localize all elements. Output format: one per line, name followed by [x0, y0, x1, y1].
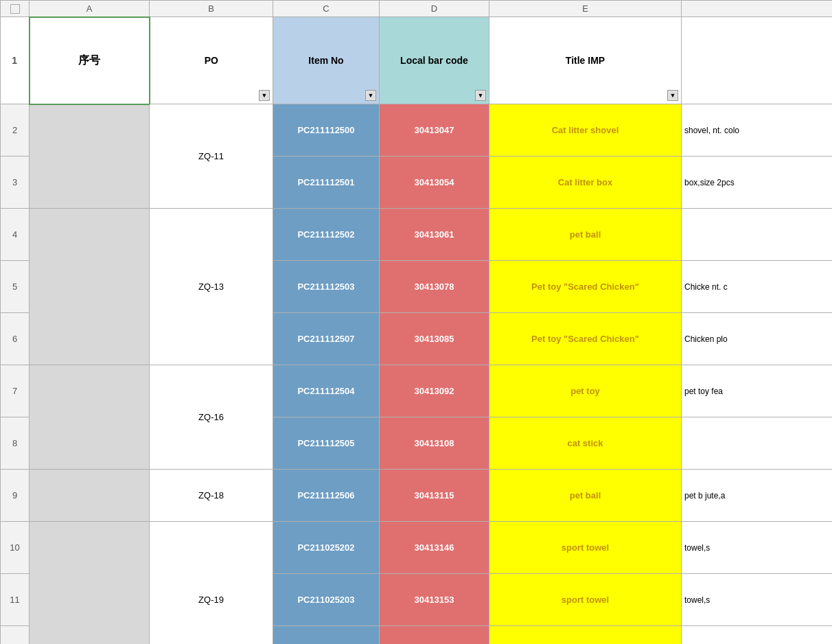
row-num-cell: 8 — [1, 417, 30, 470]
barcode-label: Local bar code — [400, 55, 468, 66]
title-cell: pet toy — [489, 365, 682, 417]
col-header-C: C — [273, 1, 380, 17]
desc-cell: Chicken plo — [682, 313, 833, 365]
row-num-cell: 5 — [1, 261, 30, 313]
spreadsheet: A B C D E 1 序号 PO ▼ Item No ▼ Local bar … — [0, 0, 832, 644]
barcode-cell: 30413160 — [380, 626, 489, 645]
desc-cell: towel,s — [682, 574, 833, 626]
barcode-cell: 30413115 — [380, 470, 489, 522]
barcode-cell: 30413054 — [380, 157, 489, 209]
row-num-cell: 4 — [1, 209, 30, 261]
seq-cell — [30, 522, 150, 645]
desc-cell: pet b jute,a — [682, 470, 833, 522]
desc-cell — [682, 209, 833, 261]
itemno-cell: PC211112501 — [273, 157, 380, 209]
corner-cell — [1, 1, 30, 17]
title-cell: cat stick — [489, 417, 682, 470]
col-header-F — [682, 1, 833, 17]
desc-cell: shovel, nt. colo — [682, 104, 833, 157]
barcode-cell: 30413146 — [380, 522, 489, 574]
titleimp-label: Title IMP — [566, 55, 605, 66]
header-A: 序号 — [30, 17, 150, 104]
itemno-cell: PC211025203 — [273, 574, 380, 626]
desc-cell: box,size 2pcs — [682, 157, 833, 209]
header-C: Item No ▼ — [273, 17, 380, 104]
col-header-D: D — [380, 1, 489, 17]
title-cell: Cat litter shovel — [489, 104, 682, 157]
desc-cell: pet toy fea — [682, 365, 833, 417]
po-filter-button[interactable]: ▼ — [259, 90, 270, 101]
seq-label: 序号 — [78, 54, 100, 66]
title-cell: Cat litter box — [489, 157, 682, 209]
po-cell: ZQ-11 — [150, 104, 273, 209]
table-row: 10ZQ-19PC21102520230413146sport toweltow… — [1, 522, 833, 574]
barcode-cell: 30413078 — [380, 261, 489, 313]
table-row: 2ZQ-11PC21111250030413047Cat litter shov… — [1, 104, 833, 157]
po-cell: ZQ-18 — [150, 470, 273, 522]
table-row: 7ZQ-16PC21111250430413092pet toypet toy … — [1, 365, 833, 417]
row-num-cell: 11 — [1, 574, 30, 626]
header-F — [682, 17, 833, 104]
itemno-cell: PC211112502 — [273, 209, 380, 261]
desc-cell: Chicke nt. c — [682, 261, 833, 313]
desc-cell: pot,size — [682, 626, 833, 645]
header-D: Local bar code ▼ — [380, 17, 489, 104]
barcode-cell: 30413108 — [380, 417, 489, 470]
row-1-num: 1 — [1, 17, 30, 104]
title-cell: pet ball — [489, 470, 682, 522]
po-cell: ZQ-16 — [150, 365, 273, 470]
po-label: PO — [205, 55, 218, 66]
row-num-cell: 3 — [1, 157, 30, 209]
po-cell: ZQ-19 — [150, 522, 273, 645]
desc-cell: towel,s — [682, 522, 833, 574]
title-cell: sport towel — [489, 522, 682, 574]
col-header-E: E — [489, 1, 682, 17]
table-row: 4ZQ-13PC21111250230413061pet ball — [1, 209, 833, 261]
seq-cell — [30, 104, 150, 209]
title-cell: Plant pot — [489, 626, 682, 645]
po-cell: ZQ-13 — [150, 209, 273, 365]
itemno-cell: PC211112507 — [273, 313, 380, 365]
header-B: PO ▼ — [150, 17, 273, 104]
itemno-cell: PC211112500 — [273, 104, 380, 157]
table-row: 9ZQ-18PC21111250630413115pet ballpet b j… — [1, 470, 833, 522]
title-cell: pet ball — [489, 209, 682, 261]
itemno-cell: PC211112506 — [273, 470, 380, 522]
title-cell: Pet toy "Scared Chicken" — [489, 313, 682, 365]
seq-cell — [30, 365, 150, 470]
title-cell: sport towel — [489, 574, 682, 626]
row-num-cell: 12 — [1, 626, 30, 645]
row-num-cell: 2 — [1, 104, 30, 157]
seq-cell — [30, 209, 150, 365]
itemno-cell: PC211112503 — [273, 261, 380, 313]
seq-cell — [30, 470, 150, 522]
itemno-cell: PC211025202 — [273, 522, 380, 574]
row-num-cell: 7 — [1, 365, 30, 417]
itemno-cell: PC211112505 — [273, 417, 380, 470]
barcode-cell: 30413092 — [380, 365, 489, 417]
itemno-label: Item No — [308, 55, 343, 66]
col-header-B: B — [150, 1, 273, 17]
row-num-cell: 6 — [1, 313, 30, 365]
col-header-A: A — [30, 1, 150, 17]
header-E: Title IMP ▼ — [489, 17, 682, 104]
barcode-cell: 30413153 — [380, 574, 489, 626]
titleimp-filter-button[interactable]: ▼ — [667, 90, 678, 101]
barcode-cell: 30413061 — [380, 209, 489, 261]
itemno-cell: PC211112504 — [273, 365, 380, 417]
itemno-filter-button[interactable]: ▼ — [365, 90, 376, 101]
barcode-cell: 30413047 — [380, 104, 489, 157]
itemno-cell: PC211104200 — [273, 626, 380, 645]
barcode-cell: 30413085 — [380, 313, 489, 365]
desc-cell — [682, 417, 833, 470]
title-cell: Pet toy "Scared Chicken" — [489, 261, 682, 313]
row-num-cell: 9 — [1, 470, 30, 522]
row-num-cell: 10 — [1, 522, 30, 574]
barcode-filter-button[interactable]: ▼ — [475, 90, 486, 101]
